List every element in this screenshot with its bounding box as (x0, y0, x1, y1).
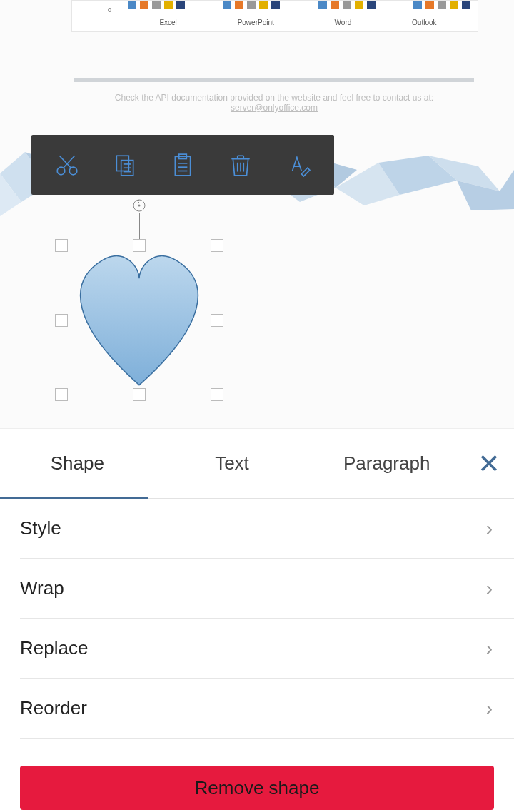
svg-marker-7 (428, 156, 500, 191)
resize-handle-br[interactable] (211, 388, 223, 401)
cut-button[interactable] (46, 143, 89, 186)
tab-bar: Shape Text Paragraph ✕ (0, 429, 514, 499)
selection-box (61, 245, 217, 395)
option-wrap[interactable]: Wrap › (20, 559, 514, 619)
resize-handle-tr[interactable] (211, 239, 223, 252)
resize-handle-bl[interactable] (55, 388, 68, 401)
option-label: Style (20, 517, 61, 539)
option-label: Reorder (20, 697, 87, 719)
selected-heart-shape[interactable] (61, 198, 216, 398)
option-style[interactable]: Style › (20, 499, 514, 559)
chart-label: Excel (159, 19, 176, 26)
option-label: Replace (20, 637, 88, 659)
edit-text-icon (286, 153, 311, 177)
copy-icon (113, 153, 137, 177)
tab-paragraph[interactable]: Paragraph (309, 429, 464, 498)
document-canvas[interactable]: 0 Excel PowerPoint Word Outlook Check th… (0, 0, 514, 428)
api-email-link[interactable]: server@onlyoffice.com (231, 103, 318, 113)
resize-handle-ml[interactable] (55, 314, 68, 327)
chart-label: Outlook (412, 19, 436, 26)
paste-button[interactable] (161, 143, 204, 186)
copy-button[interactable] (104, 143, 146, 186)
resize-handle-tl[interactable] (55, 239, 68, 252)
context-toolbar (31, 135, 334, 195)
svg-marker-6 (378, 156, 457, 195)
tab-shape[interactable]: Shape (0, 429, 155, 498)
svg-point-9 (58, 167, 66, 175)
option-reorder[interactable]: Reorder › (20, 679, 514, 739)
api-note-text: Check the API documentation provided on … (74, 93, 474, 113)
resize-handle-bm[interactable] (133, 388, 146, 401)
option-label: Wrap (20, 577, 64, 599)
svg-point-10 (70, 167, 78, 175)
chart-label: Word (335, 19, 352, 26)
chart-category-labels: Excel PowerPoint Word Outlook (129, 19, 467, 26)
chart-bars (128, 0, 470, 9)
chart-axis-zero: 0 (108, 6, 111, 14)
chevron-right-icon: › (486, 577, 493, 600)
cut-icon (55, 153, 79, 177)
divider (74, 78, 474, 82)
active-tab-indicator (0, 497, 148, 499)
remove-shape-button[interactable]: Remove shape (20, 766, 494, 810)
chevron-right-icon: › (486, 517, 493, 540)
option-replace[interactable]: Replace › (20, 619, 514, 679)
close-icon: ✕ (478, 448, 500, 479)
chevron-right-icon: › (486, 637, 493, 660)
trash-icon (228, 153, 253, 177)
shape-options-list: Style › Wrap › Replace › Reorder › (0, 499, 514, 739)
resize-handle-tm[interactable] (133, 239, 146, 252)
properties-panel: Shape Text Paragraph ✕ Style › Wrap › Re… (0, 428, 514, 812)
chart-label: PowerPoint (238, 19, 274, 26)
resize-handle-mr[interactable] (211, 314, 223, 327)
svg-marker-2 (0, 173, 21, 216)
svg-rect-13 (117, 156, 129, 171)
svg-point-32 (138, 205, 140, 207)
paste-icon (171, 153, 195, 177)
chevron-right-icon: › (486, 697, 493, 720)
tab-text[interactable]: Text (155, 429, 310, 498)
heart-icon[interactable] (66, 245, 213, 392)
edit-text-button[interactable] (277, 143, 320, 186)
close-panel-button[interactable]: ✕ (464, 429, 514, 498)
rotate-handle[interactable] (132, 198, 146, 213)
delete-button[interactable] (219, 143, 262, 186)
svg-marker-5 (336, 163, 400, 205)
svg-marker-8 (457, 170, 514, 210)
chart-object[interactable]: 0 Excel PowerPoint Word Outlook (71, 0, 478, 32)
